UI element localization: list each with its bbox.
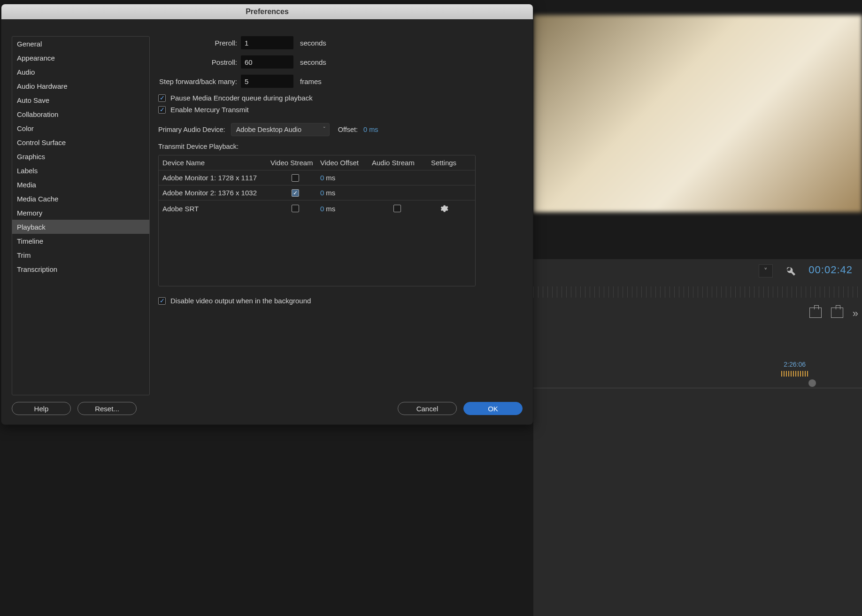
col-device-name: Device Name (162, 159, 270, 167)
preroll-unit: seconds (300, 39, 326, 47)
col-settings: Settings (423, 159, 465, 167)
step-label: Step forward/back many: (158, 77, 241, 85)
col-video-stream: Video Stream (270, 159, 320, 167)
sidebar-item-control-surface[interactable]: Control Surface (12, 135, 149, 149)
step-unit: frames (300, 77, 322, 85)
preferences-category-list: GeneralAppearanceAudioAudio HardwareAuto… (12, 36, 150, 395)
sidebar-item-appearance[interactable]: Appearance (12, 51, 149, 65)
device-name: Adobe Monitor 1: 1728 x 1117 (162, 174, 270, 182)
sidebar-item-labels[interactable]: Labels (12, 163, 149, 177)
preroll-input[interactable] (241, 36, 293, 49)
audio-offset-value[interactable]: 0 ms (363, 126, 378, 133)
timeline-timecode: 2:26:06 (784, 361, 806, 368)
video-offset-value[interactable]: 0ms (320, 189, 372, 197)
sidebar-item-audio[interactable]: Audio (12, 65, 149, 79)
gear-icon[interactable] (423, 204, 465, 213)
sidebar-item-timeline[interactable]: Timeline (12, 234, 149, 248)
device-name: Adobe SRT (162, 205, 270, 213)
primary-audio-label: Primary Audio Device: (158, 126, 225, 133)
transmit-device-table: Device Name Video Stream Video Offset Au… (158, 155, 476, 286)
primary-audio-device-select[interactable]: Adobe Desktop Audio ˇ (231, 123, 330, 136)
col-video-offset: Video Offset (320, 159, 372, 167)
sidebar-item-transcription[interactable]: Transcription (12, 262, 149, 276)
sidebar-item-color[interactable]: Color (12, 121, 149, 135)
step-input[interactable] (241, 75, 293, 88)
export-frame-icon-2 (831, 308, 843, 318)
mercury-transmit-label: Enable Mercury Transmit (170, 106, 249, 114)
device-name: Adobe Monitor 2: 1376 x 1032 (162, 189, 270, 197)
dialog-button-row: Help Reset... Cancel OK (1, 402, 533, 424)
postroll-input[interactable] (241, 55, 293, 69)
export-frame-icon (809, 308, 822, 318)
divider (533, 388, 862, 388)
bg-icon-row: » (809, 308, 858, 320)
audio-stream-checkbox[interactable] (393, 205, 401, 212)
bg-dropdown: ˅ (759, 264, 773, 277)
pause-encoder-label: Pause Media Encoder queue during playbac… (170, 94, 313, 102)
table-row: Adobe Monitor 2: 1376 x 10320ms (159, 185, 475, 200)
transmit-device-label: Transmit Device Playback: (158, 143, 522, 150)
sidebar-item-general[interactable]: General (12, 37, 149, 51)
playback-panel: Preroll: seconds Postroll: seconds Step … (158, 36, 523, 402)
reset-button[interactable]: Reset... (77, 402, 137, 415)
postroll-label: Postroll: (158, 58, 241, 66)
program-timecode: 00:02:42 (808, 264, 853, 276)
cancel-button[interactable]: Cancel (398, 402, 457, 415)
preferences-dialog: Preferences GeneralAppearanceAudioAudio … (1, 4, 533, 425)
video-stream-checkbox[interactable] (292, 174, 299, 182)
video-stream-checkbox[interactable] (292, 205, 299, 212)
disable-video-output-checkbox[interactable] (158, 297, 166, 305)
wrench-icon (785, 265, 796, 277)
zoom-handle (808, 379, 816, 387)
video-offset-value[interactable]: 0ms (320, 174, 372, 182)
sidebar-item-media-cache[interactable]: Media Cache (12, 192, 149, 206)
sidebar-item-auto-save[interactable]: Auto Save (12, 93, 149, 107)
more-icon: » (853, 308, 858, 320)
preroll-label: Preroll: (158, 39, 241, 47)
primary-audio-value: Adobe Desktop Audio (236, 126, 301, 133)
help-button[interactable]: Help (12, 402, 71, 415)
chevron-down-icon: ˇ (323, 126, 325, 133)
video-stream-checkbox[interactable] (292, 189, 299, 197)
sidebar-item-audio-hardware[interactable]: Audio Hardware (12, 79, 149, 93)
sidebar-item-trim[interactable]: Trim (12, 248, 149, 262)
postroll-unit: seconds (300, 58, 326, 66)
table-header: Device Name Video Stream Video Offset Au… (159, 155, 475, 170)
sidebar-item-media[interactable]: Media (12, 177, 149, 192)
sidebar-item-playback[interactable]: Playback (12, 220, 149, 234)
ok-button[interactable]: OK (463, 402, 523, 415)
audio-offset-label: Offset: (338, 126, 358, 133)
program-monitor-thumbnail (533, 15, 862, 212)
time-ruler (533, 286, 862, 298)
sidebar-item-memory[interactable]: Memory (12, 206, 149, 220)
timeline-marker (781, 371, 809, 377)
sidebar-item-graphics[interactable]: Graphics (12, 149, 149, 163)
pause-encoder-checkbox[interactable] (158, 94, 166, 102)
col-audio-stream: Audio Stream (372, 159, 423, 167)
dialog-title: Preferences (1, 4, 533, 19)
mercury-transmit-checkbox[interactable] (158, 106, 166, 114)
table-row: Adobe Monitor 1: 1728 x 11170ms (159, 170, 475, 185)
table-row: Adobe SRT0ms (159, 200, 475, 216)
sidebar-item-collaboration[interactable]: Collaboration (12, 107, 149, 121)
disable-video-output-label: Disable video output when in the backgro… (170, 297, 311, 305)
video-offset-value[interactable]: 0ms (320, 205, 372, 213)
